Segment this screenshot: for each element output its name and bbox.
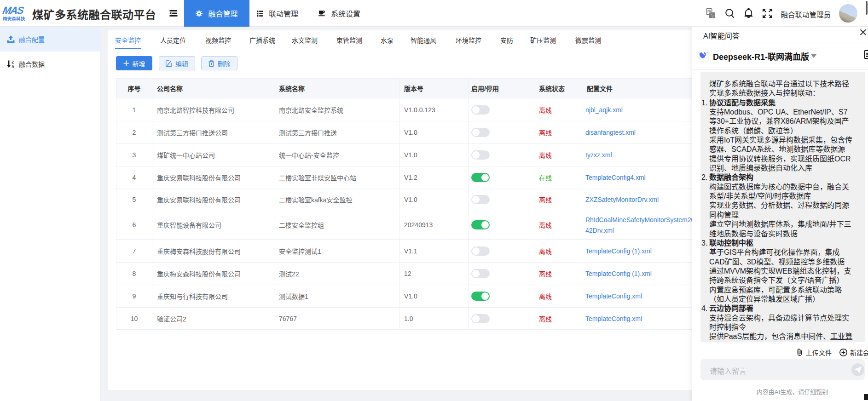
svg-text:A: A [12,64,14,68]
svg-text:ㄅ: ㄅ [711,14,714,18]
